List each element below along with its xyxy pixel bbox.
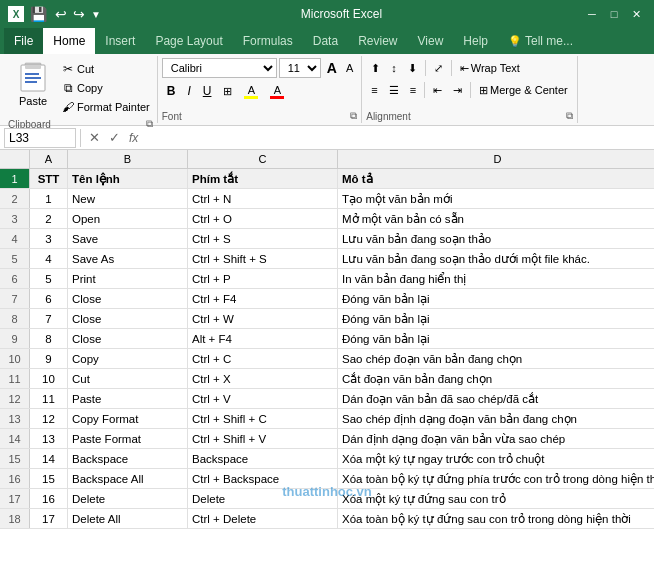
cell-b13[interactable]: Copy Format: [68, 409, 188, 428]
cell-d3[interactable]: Mở một văn bản có sẵn: [338, 209, 654, 228]
row-number[interactable]: 6: [0, 269, 30, 288]
row-number[interactable]: 9: [0, 329, 30, 348]
tab-data[interactable]: Data: [303, 28, 348, 54]
col-header-a[interactable]: A: [30, 150, 68, 168]
highlight-color-button[interactable]: A: [239, 80, 263, 102]
cell-d14[interactable]: Dán định dạng đoạn văn bản vừa sao chép: [338, 429, 654, 448]
font-size-select[interactable]: 11: [279, 58, 321, 78]
cell-d17[interactable]: Xóa một ký tự đứng sau con trỏ: [338, 489, 654, 508]
cell-b12[interactable]: Paste: [68, 389, 188, 408]
cell-a7[interactable]: 6: [30, 289, 68, 308]
row-number[interactable]: 5: [0, 249, 30, 268]
row-number[interactable]: 2: [0, 189, 30, 208]
cell-a18[interactable]: 17: [30, 509, 68, 528]
italic-button[interactable]: I: [182, 80, 195, 102]
cell-a3[interactable]: 2: [30, 209, 68, 228]
align-left-button[interactable]: ≡: [366, 80, 382, 100]
cell-a12[interactable]: 11: [30, 389, 68, 408]
border-button[interactable]: ⊞: [218, 80, 237, 102]
cancel-formula-button[interactable]: ✕: [85, 129, 103, 147]
cell-c9[interactable]: Alt + F4: [188, 329, 338, 348]
cell-c15[interactable]: Backspace: [188, 449, 338, 468]
cell-b1[interactable]: Tên lệnh: [68, 169, 188, 188]
save-icon[interactable]: 💾: [30, 6, 47, 22]
cell-d2[interactable]: Tạo một văn bản mới: [338, 189, 654, 208]
align-bottom-button[interactable]: ⬇: [403, 58, 422, 78]
cell-c8[interactable]: Ctrl + W: [188, 309, 338, 328]
row-number[interactable]: 18: [0, 509, 30, 528]
close-button[interactable]: ✕: [626, 6, 646, 22]
row-number[interactable]: 1: [0, 169, 30, 188]
formula-input[interactable]: [144, 130, 650, 146]
row-number[interactable]: 17: [0, 489, 30, 508]
cell-c16[interactable]: Ctrl + Backspace: [188, 469, 338, 488]
row-number[interactable]: 12: [0, 389, 30, 408]
bold-button[interactable]: B: [162, 80, 181, 102]
cell-d13[interactable]: Sao chép định dạng đoạn văn bản đang chọ…: [338, 409, 654, 428]
row-number[interactable]: 7: [0, 289, 30, 308]
tab-help[interactable]: Help: [453, 28, 498, 54]
tab-formulas[interactable]: Formulas: [233, 28, 303, 54]
row-number[interactable]: 13: [0, 409, 30, 428]
cell-a5[interactable]: 4: [30, 249, 68, 268]
cell-c1[interactable]: Phím tắt: [188, 169, 338, 188]
cell-a4[interactable]: 3: [30, 229, 68, 248]
tell-me-input[interactable]: 💡 Tell me...: [498, 28, 583, 54]
cell-a11[interactable]: 10: [30, 369, 68, 388]
cell-reference-input[interactable]: [4, 128, 76, 148]
align-center-button[interactable]: ☰: [384, 80, 404, 100]
tab-home[interactable]: Home: [43, 28, 95, 54]
cell-c6[interactable]: Ctrl + P: [188, 269, 338, 288]
cell-d6[interactable]: In văn bản đang hiển thị: [338, 269, 654, 288]
cell-b15[interactable]: Backspace: [68, 449, 188, 468]
cell-d9[interactable]: Đóng văn bản lại: [338, 329, 654, 348]
copy-button[interactable]: ⧉ Copy: [58, 79, 153, 97]
paste-button[interactable]: Paste: [8, 58, 58, 108]
cell-d8[interactable]: Đóng văn bản lại: [338, 309, 654, 328]
cell-d5[interactable]: Lưu văn bản đang soạn thảo dưới một file…: [338, 249, 654, 268]
tab-page-layout[interactable]: Page Layout: [145, 28, 232, 54]
row-number[interactable]: 4: [0, 229, 30, 248]
cell-d18[interactable]: Xóa toàn bộ ký tự đứng sau con trỏ trong…: [338, 509, 654, 528]
cell-c2[interactable]: Ctrl + N: [188, 189, 338, 208]
row-number[interactable]: 10: [0, 349, 30, 368]
cell-c10[interactable]: Ctrl + C: [188, 349, 338, 368]
cell-a9[interactable]: 8: [30, 329, 68, 348]
dropdown-arrow[interactable]: ▼: [91, 9, 101, 20]
cell-c14[interactable]: Ctrl + Shifl + V: [188, 429, 338, 448]
cell-a17[interactable]: 16: [30, 489, 68, 508]
cell-b9[interactable]: Close: [68, 329, 188, 348]
cell-c17[interactable]: Delete: [188, 489, 338, 508]
cell-a8[interactable]: 7: [30, 309, 68, 328]
cell-a6[interactable]: 5: [30, 269, 68, 288]
cell-c4[interactable]: Ctrl + S: [188, 229, 338, 248]
cell-d11[interactable]: Cắt đoạn văn bản đang chọn: [338, 369, 654, 388]
cell-b14[interactable]: Paste Format: [68, 429, 188, 448]
cell-c13[interactable]: Ctrl + Shifl + C: [188, 409, 338, 428]
cell-c12[interactable]: Ctrl + V: [188, 389, 338, 408]
underline-button[interactable]: U: [198, 80, 217, 102]
format-painter-button[interactable]: 🖌 Format Painter: [58, 98, 153, 116]
confirm-formula-button[interactable]: ✓: [105, 129, 123, 147]
cell-a16[interactable]: 15: [30, 469, 68, 488]
redo-icon[interactable]: ↪: [73, 6, 85, 22]
minimize-button[interactable]: ─: [582, 6, 602, 22]
font-expand-icon[interactable]: ⧉: [350, 110, 357, 122]
wrap-text-button[interactable]: ⇤ Wrap Text: [455, 58, 525, 78]
decrease-font-size-button[interactable]: A: [342, 58, 357, 78]
cell-d10[interactable]: Sao chép đoạn văn bản đang chọn: [338, 349, 654, 368]
cell-c5[interactable]: Ctrl + Shift + S: [188, 249, 338, 268]
col-header-b[interactable]: B: [68, 150, 188, 168]
tab-view[interactable]: View: [408, 28, 454, 54]
col-header-c[interactable]: C: [188, 150, 338, 168]
cut-button[interactable]: ✂ Cut: [58, 60, 153, 78]
tab-review[interactable]: Review: [348, 28, 407, 54]
cell-a15[interactable]: 14: [30, 449, 68, 468]
cell-b18[interactable]: Delete All: [68, 509, 188, 528]
row-number[interactable]: 16: [0, 469, 30, 488]
cell-b7[interactable]: Close: [68, 289, 188, 308]
tab-insert[interactable]: Insert: [95, 28, 145, 54]
row-number[interactable]: 8: [0, 309, 30, 328]
cell-c7[interactable]: Ctrl + F4: [188, 289, 338, 308]
cell-b6[interactable]: Print: [68, 269, 188, 288]
